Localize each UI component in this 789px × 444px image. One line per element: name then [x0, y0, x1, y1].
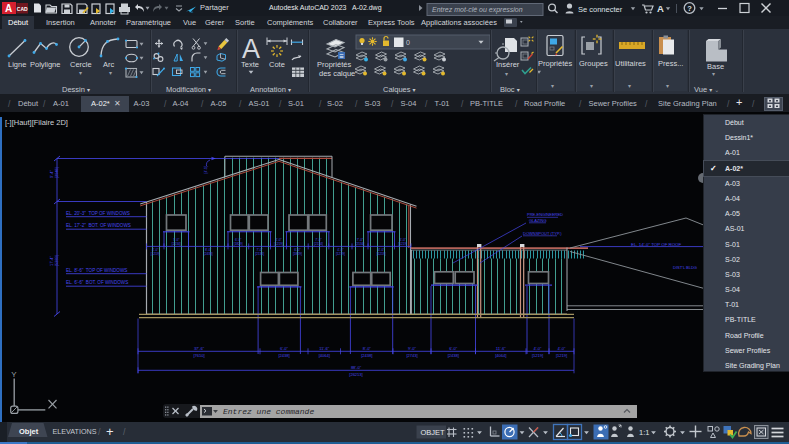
- svg-text:Se connecter: Se connecter: [578, 5, 623, 14]
- svg-text:[2946]: [2946]: [54, 167, 59, 178]
- svg-text:[1829]: [1829]: [293, 252, 302, 256]
- svg-text:EL. 20'-3" TOP OF WINDOWS: EL. 20'-3" TOP OF WINDOWS: [66, 211, 130, 216]
- svg-text:[2134]: [2134]: [255, 252, 264, 256]
- svg-text:[4'-1]: [4'-1]: [204, 166, 208, 173]
- svg-text:Y: Y: [11, 370, 17, 379]
- svg-text:[1219]: [1219]: [151, 252, 160, 256]
- svg-text:EL. 8'-6" TOP OF WINDOWS: EL. 8'-6" TOP OF WINDOWS: [66, 268, 127, 273]
- svg-text:[2438]: [2438]: [204, 252, 213, 256]
- svg-text:PRE-ENGINEERED: PRE-ENGINEERED: [527, 212, 563, 217]
- svg-text:OBJET: OBJET: [421, 428, 446, 437]
- svg-text:6'-0": 6'-0": [449, 346, 458, 351]
- svg-text:GLAZING: GLAZING: [529, 218, 547, 223]
- svg-text:88'-0": 88'-0": [351, 365, 362, 370]
- svg-text:[2134]: [2134]: [172, 242, 181, 246]
- svg-text:[2134]: [2134]: [356, 242, 365, 246]
- svg-text:[2438]: [2438]: [361, 353, 372, 358]
- svg-text:[4064]: [4064]: [319, 353, 330, 358]
- svg-text:[1219]: [1219]: [532, 353, 543, 358]
- svg-text:[2438]: [2438]: [278, 353, 289, 358]
- svg-text:/: /: [98, 427, 101, 437]
- svg-text:[1219]: [1219]: [398, 242, 407, 246]
- svg-text:DOWNSPOUT (TYP.): DOWNSPOUT (TYP.): [523, 231, 562, 236]
- svg-text:A: A: [657, 3, 664, 14]
- svg-text:11'-6": 11'-6": [496, 346, 506, 351]
- svg-text:ELEVATIONS: ELEVATIONS: [53, 427, 97, 436]
- svg-text:0: 0: [406, 39, 410, 46]
- svg-text:[1219]: [1219]: [556, 353, 567, 358]
- svg-text:Objet: Objet: [19, 427, 39, 436]
- svg-text:[26213]: [26213]: [349, 372, 362, 377]
- svg-text:[4064]: [4064]: [495, 353, 506, 358]
- svg-text:37'-6": 37'-6": [194, 346, 205, 351]
- svg-text:?: ?: [687, 4, 692, 13]
- svg-text:1:1: 1:1: [639, 428, 649, 437]
- svg-text:4'-0": 4'-0": [558, 346, 567, 351]
- svg-text:[2134]: [2134]: [314, 242, 323, 246]
- svg-text:[1219]: [1219]: [274, 242, 283, 246]
- svg-text:EL. 17'-2" BOT. OF WINDOWS: EL. 17'-2" BOT. OF WINDOWS: [66, 223, 131, 228]
- svg-text:[2438]: [2438]: [448, 353, 459, 358]
- svg-text:☰: ☰: [339, 53, 344, 59]
- svg-text:8'-0": 8'-0": [363, 346, 372, 351]
- svg-text:Entrez mot-clé ou expression: Entrez mot-clé ou expression: [432, 6, 523, 14]
- svg-text:6'-0": 6'-0": [280, 346, 289, 351]
- svg-text:/: /: [123, 427, 126, 437]
- svg-text:+: +: [106, 424, 114, 439]
- svg-text:4'-0": 4'-0": [534, 346, 543, 351]
- svg-text:[1219]: [1219]: [377, 252, 386, 256]
- svg-text:DIST'L BLDG: DIST'L BLDG: [673, 265, 697, 270]
- svg-text:[1219]: [1219]: [336, 252, 345, 256]
- svg-text:[5283]: [5283]: [54, 255, 59, 266]
- svg-text:EL. 6'-6" BOT. OF WINDOWS: EL. 6'-6" BOT. OF WINDOWS: [66, 280, 128, 285]
- svg-text:[2743]: [2743]: [406, 353, 417, 358]
- svg-text:9'-0": 9'-0": [408, 346, 417, 351]
- svg-text:[1829]: [1829]: [234, 242, 243, 246]
- svg-text:[7610]: [7610]: [193, 353, 204, 358]
- svg-text:11'-6": 11'-6": [319, 346, 329, 351]
